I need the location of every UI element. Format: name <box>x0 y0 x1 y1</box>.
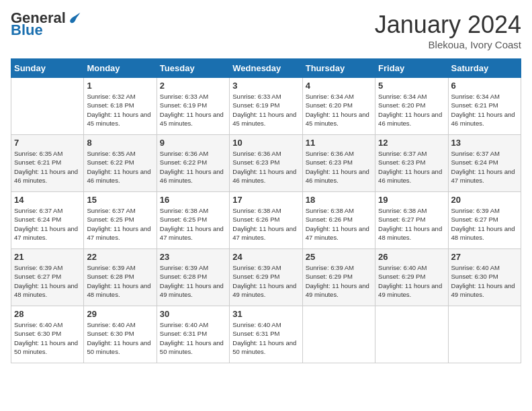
logo-bird-icon <box>67 11 82 26</box>
header-friday: Friday <box>375 59 448 78</box>
header-wednesday: Wednesday <box>230 59 302 78</box>
logo-blue: Blue <box>11 23 43 38</box>
day-info: Sunrise: 6:39 AMSunset: 6:28 PMDaylight:… <box>87 263 153 299</box>
table-row: 25Sunrise: 6:39 AMSunset: 6:29 PMDayligh… <box>302 249 375 306</box>
table-row: 27Sunrise: 6:40 AMSunset: 6:30 PMDayligh… <box>448 249 521 306</box>
header-thursday: Thursday <box>302 59 375 78</box>
day-info: Sunrise: 6:38 AMSunset: 6:26 PMDaylight:… <box>232 206 299 242</box>
table-row: 11Sunrise: 6:36 AMSunset: 6:23 PMDayligh… <box>302 135 375 192</box>
day-number: 7 <box>14 138 81 148</box>
calendar-table: Sunday Monday Tuesday Wednesday Thursday… <box>11 58 521 363</box>
table-row: 26Sunrise: 6:40 AMSunset: 6:29 PMDayligh… <box>375 249 448 306</box>
day-number: 30 <box>160 309 226 319</box>
header-monday: Monday <box>84 59 157 78</box>
day-number: 21 <box>14 252 81 262</box>
day-number: 12 <box>378 138 445 148</box>
day-number: 11 <box>306 138 372 148</box>
day-number: 9 <box>160 138 226 148</box>
day-number: 3 <box>232 81 299 91</box>
table-row: 16Sunrise: 6:38 AMSunset: 6:25 PMDayligh… <box>157 192 229 249</box>
logo: General Blue <box>11 11 82 38</box>
day-number: 5 <box>378 81 445 91</box>
table-row: 21Sunrise: 6:39 AMSunset: 6:27 PMDayligh… <box>11 249 84 306</box>
day-number: 31 <box>232 309 299 319</box>
header-tuesday: Tuesday <box>157 59 229 78</box>
day-number: 26 <box>378 252 445 262</box>
day-info: Sunrise: 6:40 AMSunset: 6:31 PMDaylight:… <box>232 320 299 356</box>
header-saturday: Saturday <box>448 59 521 78</box>
day-number: 27 <box>451 252 518 262</box>
calendar-week-row: 14Sunrise: 6:37 AMSunset: 6:24 PMDayligh… <box>11 192 521 249</box>
day-info: Sunrise: 6:38 AMSunset: 6:26 PMDaylight:… <box>306 206 372 242</box>
table-row: 7Sunrise: 6:35 AMSunset: 6:21 PMDaylight… <box>11 135 84 192</box>
day-info: Sunrise: 6:36 AMSunset: 6:23 PMDaylight:… <box>232 149 299 185</box>
day-info: Sunrise: 6:40 AMSunset: 6:30 PMDaylight:… <box>451 263 518 299</box>
table-row <box>11 78 84 135</box>
day-number: 16 <box>160 195 226 205</box>
day-info: Sunrise: 6:39 AMSunset: 6:29 PMDaylight:… <box>306 263 372 299</box>
day-number: 13 <box>451 138 518 148</box>
month-title: January 2024 <box>375 11 521 39</box>
day-info: Sunrise: 6:37 AMSunset: 6:25 PMDaylight:… <box>87 206 153 242</box>
day-info: Sunrise: 6:34 AMSunset: 6:20 PMDaylight:… <box>378 92 445 128</box>
day-info: Sunrise: 6:39 AMSunset: 6:27 PMDaylight:… <box>14 263 81 299</box>
day-info: Sunrise: 6:37 AMSunset: 6:24 PMDaylight:… <box>451 149 518 185</box>
day-info: Sunrise: 6:40 AMSunset: 6:30 PMDaylight:… <box>14 320 81 356</box>
day-info: Sunrise: 6:40 AMSunset: 6:31 PMDaylight:… <box>160 320 226 356</box>
day-number: 15 <box>87 195 153 205</box>
table-row: 31Sunrise: 6:40 AMSunset: 6:31 PMDayligh… <box>230 306 302 363</box>
calendar-week-row: 21Sunrise: 6:39 AMSunset: 6:27 PMDayligh… <box>11 249 521 306</box>
day-info: Sunrise: 6:39 AMSunset: 6:28 PMDaylight:… <box>160 263 226 299</box>
day-number: 8 <box>87 138 153 148</box>
table-row: 4Sunrise: 6:34 AMSunset: 6:20 PMDaylight… <box>302 78 375 135</box>
table-row: 8Sunrise: 6:35 AMSunset: 6:22 PMDaylight… <box>84 135 157 192</box>
calendar-header-row: Sunday Monday Tuesday Wednesday Thursday… <box>11 59 521 78</box>
day-number: 29 <box>87 309 153 319</box>
table-row <box>375 306 448 363</box>
day-number: 20 <box>451 195 518 205</box>
day-number: 22 <box>87 252 153 262</box>
table-row: 20Sunrise: 6:39 AMSunset: 6:27 PMDayligh… <box>448 192 521 249</box>
header-sunday: Sunday <box>11 59 84 78</box>
day-number: 28 <box>14 309 81 319</box>
table-row: 15Sunrise: 6:37 AMSunset: 6:25 PMDayligh… <box>84 192 157 249</box>
day-info: Sunrise: 6:38 AMSunset: 6:27 PMDaylight:… <box>378 206 445 242</box>
table-row: 10Sunrise: 6:36 AMSunset: 6:23 PMDayligh… <box>230 135 302 192</box>
day-info: Sunrise: 6:39 AMSunset: 6:27 PMDaylight:… <box>451 206 518 242</box>
day-info: Sunrise: 6:33 AMSunset: 6:19 PMDaylight:… <box>160 92 226 128</box>
table-row: 17Sunrise: 6:38 AMSunset: 6:26 PMDayligh… <box>230 192 302 249</box>
page-header: General Blue January 2024 Blekoua, Ivory… <box>11 11 521 50</box>
title-block: January 2024 Blekoua, Ivory Coast <box>375 11 521 50</box>
day-number: 1 <box>87 81 153 91</box>
day-number: 10 <box>232 138 299 148</box>
day-number: 2 <box>160 81 226 91</box>
day-info: Sunrise: 6:39 AMSunset: 6:29 PMDaylight:… <box>232 263 299 299</box>
table-row <box>448 306 521 363</box>
table-row: 6Sunrise: 6:34 AMSunset: 6:21 PMDaylight… <box>448 78 521 135</box>
calendar-week-row: 7Sunrise: 6:35 AMSunset: 6:21 PMDaylight… <box>11 135 521 192</box>
table-row: 14Sunrise: 6:37 AMSunset: 6:24 PMDayligh… <box>11 192 84 249</box>
day-number: 6 <box>451 81 518 91</box>
day-info: Sunrise: 6:38 AMSunset: 6:25 PMDaylight:… <box>160 206 226 242</box>
calendar-week-row: 1Sunrise: 6:32 AMSunset: 6:18 PMDaylight… <box>11 78 521 135</box>
day-info: Sunrise: 6:36 AMSunset: 6:22 PMDaylight:… <box>160 149 226 185</box>
table-row: 5Sunrise: 6:34 AMSunset: 6:20 PMDaylight… <box>375 78 448 135</box>
table-row: 22Sunrise: 6:39 AMSunset: 6:28 PMDayligh… <box>84 249 157 306</box>
table-row: 12Sunrise: 6:37 AMSunset: 6:23 PMDayligh… <box>375 135 448 192</box>
table-row: 1Sunrise: 6:32 AMSunset: 6:18 PMDaylight… <box>84 78 157 135</box>
day-info: Sunrise: 6:36 AMSunset: 6:23 PMDaylight:… <box>306 149 372 185</box>
day-info: Sunrise: 6:32 AMSunset: 6:18 PMDaylight:… <box>87 92 153 128</box>
day-number: 23 <box>160 252 226 262</box>
table-row: 24Sunrise: 6:39 AMSunset: 6:29 PMDayligh… <box>230 249 302 306</box>
table-row: 30Sunrise: 6:40 AMSunset: 6:31 PMDayligh… <box>157 306 229 363</box>
table-row: 28Sunrise: 6:40 AMSunset: 6:30 PMDayligh… <box>11 306 84 363</box>
table-row: 9Sunrise: 6:36 AMSunset: 6:22 PMDaylight… <box>157 135 229 192</box>
day-number: 4 <box>306 81 372 91</box>
day-number: 14 <box>14 195 81 205</box>
day-info: Sunrise: 6:34 AMSunset: 6:20 PMDaylight:… <box>306 92 372 128</box>
table-row: 29Sunrise: 6:40 AMSunset: 6:30 PMDayligh… <box>84 306 157 363</box>
location-subtitle: Blekoua, Ivory Coast <box>375 39 521 50</box>
day-number: 25 <box>306 252 372 262</box>
table-row: 2Sunrise: 6:33 AMSunset: 6:19 PMDaylight… <box>157 78 229 135</box>
table-row: 18Sunrise: 6:38 AMSunset: 6:26 PMDayligh… <box>302 192 375 249</box>
